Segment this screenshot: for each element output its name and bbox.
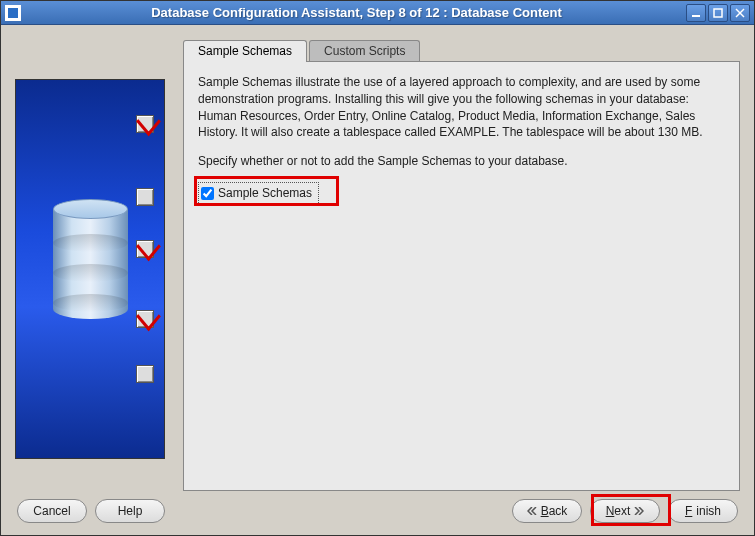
step-indicator-5 (136, 365, 154, 383)
database-icon (53, 209, 128, 329)
wizard-side-panel (15, 79, 165, 459)
sample-schemas-checkbox-row[interactable]: Sample Schemas (198, 182, 319, 205)
sample-schemas-checkbox-label: Sample Schemas (218, 185, 312, 202)
back-button[interactable]: Back (512, 499, 582, 523)
tab-strip: Sample Schemas Custom Scripts (183, 40, 740, 62)
app-icon (5, 5, 21, 21)
instruction-text: Specify whether or not to add the Sample… (198, 153, 725, 170)
step-indicator-2 (136, 188, 154, 206)
chevron-right-icon (634, 504, 644, 518)
step-indicator-1 (136, 115, 154, 133)
window-controls (686, 4, 750, 22)
main-panel: Sample Schemas Custom Scripts Sample Sch… (183, 39, 740, 491)
minimize-button[interactable] (686, 4, 706, 22)
cancel-button[interactable]: Cancel (17, 499, 87, 523)
content-row: Sample Schemas Custom Scripts Sample Sch… (15, 39, 740, 491)
help-button[interactable]: Help (95, 499, 165, 523)
tab-sample-schemas[interactable]: Sample Schemas (183, 40, 307, 62)
titlebar: Database Configuration Assistant, Step 8… (1, 1, 754, 25)
description-text: Sample Schemas illustrate the use of a l… (198, 74, 725, 141)
close-button[interactable] (730, 4, 750, 22)
sample-schemas-checkbox[interactable] (201, 187, 214, 200)
window: Database Configuration Assistant, Step 8… (0, 0, 755, 536)
next-button[interactable]: Next (590, 499, 660, 523)
window-title: Database Configuration Assistant, Step 8… (27, 5, 686, 20)
client-area: Sample Schemas Custom Scripts Sample Sch… (1, 25, 754, 535)
chevron-left-icon (527, 504, 537, 518)
step-indicator-3 (136, 240, 154, 258)
step-indicator-4 (136, 310, 154, 328)
svg-rect-2 (714, 9, 722, 17)
button-row: Cancel Help Back Next Finish (15, 491, 740, 527)
spacer (173, 499, 504, 523)
tab-body: Sample Schemas illustrate the use of a l… (183, 61, 740, 491)
finish-button[interactable]: Finish (668, 499, 738, 523)
svg-rect-0 (8, 8, 18, 18)
maximize-button[interactable] (708, 4, 728, 22)
tab-custom-scripts[interactable]: Custom Scripts (309, 40, 420, 62)
